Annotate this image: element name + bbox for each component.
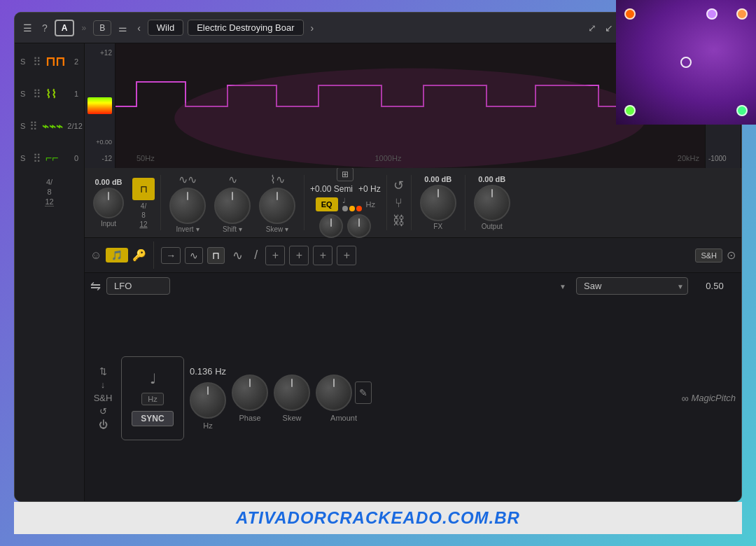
move-icon[interactable]: ⤢ [585,20,599,36]
waveform-3[interactable]: ⌁⌁⌁ [42,120,63,133]
sidebar-row-3: S ⠿ ⌁⌁⌁ 2/12 [18,111,81,141]
lfo-arrows-icon[interactable]: ⇅ [90,366,115,377]
lfo-reset-icon[interactable]: ↺ [90,406,115,416]
dot-gray [342,206,348,211]
sidebar-s-2: S [20,90,29,98]
wave-route-button[interactable]: ∿ [185,247,203,264]
prev-preset-icon[interactable]: ‹ [134,20,144,36]
help-icon[interactable]: ? [39,20,50,36]
lfo-value-display: 0.50 [694,281,736,291]
split-icon[interactable]: ↙ [602,20,616,36]
lfo-skew-group: Skew [274,374,310,422]
slot-a-button[interactable]: A [55,20,75,36]
lfo-power-icon[interactable]: ⏻ [90,419,115,430]
invert-label: Invert [176,225,193,233]
reset-group: ↺ ⑂ ⛓ [393,178,405,228]
pitch-semi-value: +0.00 Semi [310,184,353,194]
preset-name[interactable]: Electric Destroying Boar [188,20,303,36]
routing-icon[interactable]: ⛓ [393,214,405,228]
lfo-hz-group: 0.136 Hz Hz [190,366,226,430]
output-label: Output [482,223,503,230]
shift-knob[interactable] [214,188,251,224]
lfo-amount-knob[interactable] [316,374,352,411]
preset-wild[interactable]: Wild [148,20,183,36]
sidebar-row-4: S ⠿ ⌐⌐ 0 [18,143,81,174]
lfo-left-controls: ⇅ ↓ S&H ↺ ⏻ [90,366,115,430]
lfo-down-icon[interactable]: ↓ [90,379,115,390]
lfo-type-select[interactable]: LFO Envelope Step Seq [106,277,170,295]
sidebar-s-1: S [20,57,29,66]
sidebar-s-3: S [20,122,25,130]
shift-dropdown[interactable]: ▾ [239,225,242,233]
mixer-icon[interactable]: ⚌ [115,20,130,36]
output-group: 0.00 dB Output [471,175,513,230]
waveform-2[interactable]: ⌇⌇ [46,88,57,101]
sine-shape-button[interactable]: ∿ [229,246,246,265]
env-button[interactable]: 🎵 [106,248,128,262]
skew-knob[interactable] [259,188,295,224]
bottom-section: ☺ 🎵 🔑 → ∿ ⊓ ∿ / + + + + S&H ⊙ [85,238,741,501]
plus-button-4[interactable]: + [337,246,356,265]
fork-icon[interactable]: ⑂ [395,196,402,211]
skew-dropdown[interactable]: ▾ [285,225,288,233]
staircase-button[interactable]: ⊞ [337,167,354,181]
lfo-sh-icon[interactable]: S&H [90,393,115,403]
search-knob-icon[interactable]: ⊙ [727,248,736,262]
sidebar-s-4: S [20,154,29,162]
slot-b-button[interactable]: B [93,20,111,36]
input-knob[interactable] [93,188,124,218]
sidebar-grid-4[interactable]: ⠿ [33,152,41,165]
eq-button[interactable]: EQ [316,197,338,211]
sh-button[interactable]: S&H [695,248,722,262]
key-icon[interactable]: 🔑 [132,248,146,262]
sidebar-grid-3[interactable]: ⠿ [29,120,38,133]
plus-button-1[interactable]: + [265,246,285,265]
pitch-knob[interactable] [319,214,343,238]
shift-group: ∿ Shift ▾ [211,173,253,233]
waveform-num-3: 2/12 [67,122,82,130]
waveform-1[interactable]: ⊓⊓ [46,54,65,69]
lfo-top-row: ⇋ LFO Envelope Step Seq Saw Sine [90,277,736,295]
fx-label: FX [433,223,442,230]
arrow-route-button[interactable]: → [161,247,181,264]
controls-bar: 0.00 dB Input ⊓ 4/ 8 12 ∿∿ [85,168,741,238]
next-preset-icon[interactable]: › [308,20,317,36]
menu-icon[interactable]: ☰ [20,20,35,36]
invert-knob[interactable] [169,188,206,224]
face-icon[interactable]: ☺ [90,249,102,262]
fraction-8: 8 [141,211,146,219]
svg-point-0 [174,69,646,168]
output-db-value: 0.00 dB [478,175,505,183]
square-route-button[interactable]: ⊓ [207,247,225,264]
lfo-phase-knob[interactable] [232,374,268,411]
lfo-panel: ⇋ LFO Envelope Step Seq Saw Sine [85,273,741,501]
divider-2 [304,175,304,230]
waveform-select-button[interactable]: ⊓ [132,178,155,200]
xy-pad[interactable] [616,43,741,125]
sidebar-grid-2[interactable]: ⠿ [33,88,41,101]
invert-dropdown[interactable]: ▾ [196,225,200,233]
divider-3 [386,175,387,230]
fx-knob[interactable] [420,185,456,221]
waveform-4[interactable]: ⌐⌐ [46,152,59,164]
freq-50hz: 50Hz [136,154,155,162]
divider-4 [411,175,412,230]
reset-icon[interactable]: ↺ [393,178,404,193]
input-label: Input [101,220,116,227]
waveform-num-4: 0 [74,154,78,162]
lfo-skew-knob[interactable] [274,374,310,411]
output-knob[interactable] [474,185,510,221]
hz-knob[interactable] [347,214,371,238]
watermark-footer: ATIVADORCRACKEADO.COM.BR [14,502,742,534]
lfo-hz-knob[interactable] [190,382,226,419]
plus-button-2[interactable]: + [289,246,309,265]
lfo-pencil-button[interactable]: ✎ [355,382,372,404]
lfo-phase-group: Phase [232,374,268,422]
sync-button[interactable]: SYNC [132,411,173,426]
main-content: S ⠿ ⊓⊓ 2 S ⠿ ⌇⌇ 1 S ⠿ ⌁⌁⌁ 2/12 S ⠿ ⌐⌐ [15,43,741,501]
plus-button-3[interactable]: + [313,246,332,265]
sidebar-grid-1[interactable]: ⠿ [33,55,41,69]
lfo-waveform-select[interactable]: Saw Sine Square Triangle [576,277,688,295]
ramp-shape-button[interactable]: / [251,246,261,264]
sync-box: ♩ Hz SYNC [121,356,184,440]
